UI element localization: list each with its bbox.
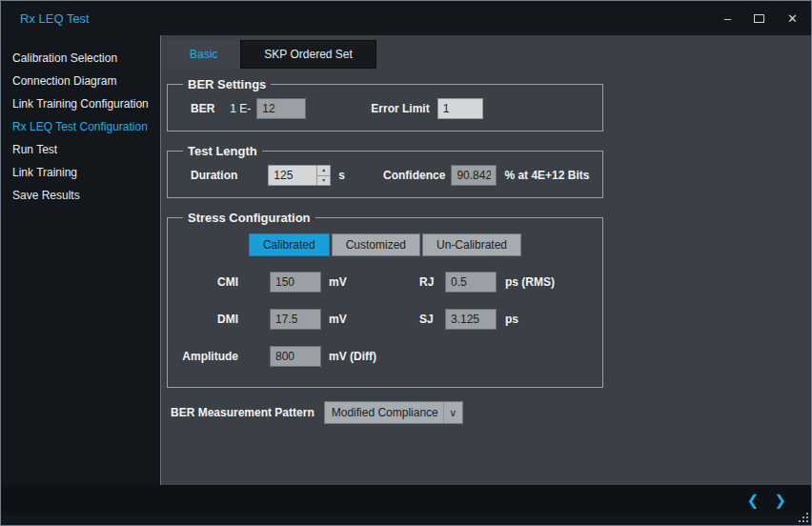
footer-bar: ❮ ❯ — [1, 485, 811, 514]
resize-grip[interactable] — [798, 512, 808, 522]
tab-skp-ordered-set[interactable]: SKP Ordered Set — [240, 40, 376, 69]
ber-measurement-pattern-label: BER Measurement Pattern — [171, 406, 315, 419]
sidebar-item-link-training[interactable]: Link Training — [1, 161, 160, 184]
previous-page-icon[interactable]: ❮ — [747, 493, 760, 507]
cmi-label: CMI — [179, 275, 238, 289]
amplitude-row: Amplitude mV (Diff) — [179, 346, 591, 367]
window-bottom-frame — [1, 514, 811, 525]
sidebar-item-run-test[interactable]: Run Test — [1, 138, 160, 161]
dmi-input[interactable] — [270, 309, 321, 330]
ber-exponent-input[interactable] — [256, 98, 306, 119]
stress-configuration-legend: Stress Configuration — [183, 211, 315, 225]
ber-measurement-pattern-select[interactable]: Modified Compliance ∨ — [324, 401, 463, 424]
ber-settings-legend: BER Settings — [183, 77, 271, 91]
ber-settings-row: BER 1 E- Error Limit — [179, 96, 591, 121]
window-controls: – ✕ — [724, 12, 798, 25]
minimize-icon[interactable]: – — [724, 12, 731, 25]
duration-spinner: ▲ ▼ — [317, 165, 331, 186]
confidence-input[interactable] — [451, 165, 497, 186]
cmi-input[interactable] — [270, 272, 321, 293]
dmi-unit: mV — [329, 313, 410, 326]
stress-mode-buttons: Calibrated Customized Un-Calibrated — [179, 233, 591, 256]
sidebar-item-connection-diagram[interactable]: Connection Diagram — [1, 70, 160, 92]
ber-measurement-pattern-row: BER Measurement Pattern Modified Complia… — [171, 401, 811, 424]
confidence-suffix: % at 4E+12 Bits — [504, 169, 589, 182]
sidebar-item-link-training-configuration[interactable]: Link Training Configuration — [1, 92, 160, 115]
customized-button[interactable]: Customized — [332, 233, 420, 256]
rj-label: RJ — [419, 275, 442, 289]
sidebar-item-rx-leq-test-configuration[interactable]: Rx LEQ Test Configuration — [1, 115, 160, 138]
tab-bar: Basic SKP Ordered Set — [167, 40, 811, 69]
amplitude-label: Amplitude — [179, 350, 238, 363]
sj-unit: ps — [505, 313, 518, 326]
app-window: Rx LEQ Test – ✕ Calibration Selection Co… — [0, 0, 812, 526]
test-length-group: Test Length Duration ▲ ▼ s Confidence % … — [167, 144, 603, 198]
duration-label: Duration — [191, 169, 237, 182]
sj-label: SJ — [419, 313, 442, 326]
sidebar-item-calibration-selection[interactable]: Calibration Selection — [1, 47, 160, 70]
dmi-sj-row: DMI mV SJ ps — [179, 309, 591, 330]
sidebar: Calibration Selection Connection Diagram… — [1, 35, 161, 485]
stress-configuration-group: Stress Configuration Calibrated Customiz… — [167, 211, 603, 388]
calibrated-button[interactable]: Calibrated — [249, 233, 330, 256]
rj-input[interactable] — [445, 272, 497, 293]
error-limit-input[interactable] — [437, 98, 483, 119]
error-limit-label: Error Limit — [371, 102, 429, 115]
duration-unit: s — [338, 169, 345, 182]
amplitude-input[interactable] — [270, 346, 321, 367]
main-panel: Basic SKP Ordered Set BER Settings BER 1… — [161, 35, 811, 485]
ber-measurement-pattern-value: Modified Compliance — [332, 406, 438, 419]
ber-exponent-prefix: 1 E- — [230, 102, 251, 115]
title-bar: Rx LEQ Test – ✕ — [1, 1, 811, 35]
spin-down-icon[interactable]: ▼ — [317, 175, 331, 187]
dmi-label: DMI — [179, 313, 238, 326]
cmi-unit: mV — [329, 275, 410, 289]
confidence-label: Confidence — [383, 169, 445, 182]
spin-up-icon[interactable]: ▲ — [317, 165, 331, 175]
maximize-box-glyph — [754, 14, 764, 23]
amplitude-unit: mV (Diff) — [329, 350, 410, 363]
sj-input[interactable] — [445, 309, 497, 330]
window-title: Rx LEQ Test — [20, 11, 90, 26]
test-length-legend: Test Length — [183, 144, 262, 158]
test-length-row: Duration ▲ ▼ s Confidence % at 4E+12 Bit… — [179, 163, 591, 188]
window-body: Calibration Selection Connection Diagram… — [1, 35, 811, 485]
rj-unit: ps (RMS) — [505, 275, 555, 289]
cmi-rj-row: CMI mV RJ ps (RMS) — [179, 272, 591, 293]
maximize-icon[interactable] — [754, 12, 764, 25]
duration-input[interactable] — [268, 165, 317, 186]
chevron-down-icon: ∨ — [443, 402, 462, 423]
ber-label: BER — [191, 102, 214, 115]
ber-settings-group: BER Settings BER 1 E- Error Limit — [167, 77, 603, 132]
close-icon[interactable]: ✕ — [787, 12, 798, 25]
un-calibrated-button[interactable]: Un-Calibrated — [422, 233, 521, 256]
next-page-icon[interactable]: ❯ — [774, 493, 786, 507]
sidebar-item-save-results[interactable]: Save Results — [1, 184, 160, 207]
tab-basic[interactable]: Basic — [167, 40, 240, 69]
duration-stepper: ▲ ▼ — [268, 165, 331, 186]
